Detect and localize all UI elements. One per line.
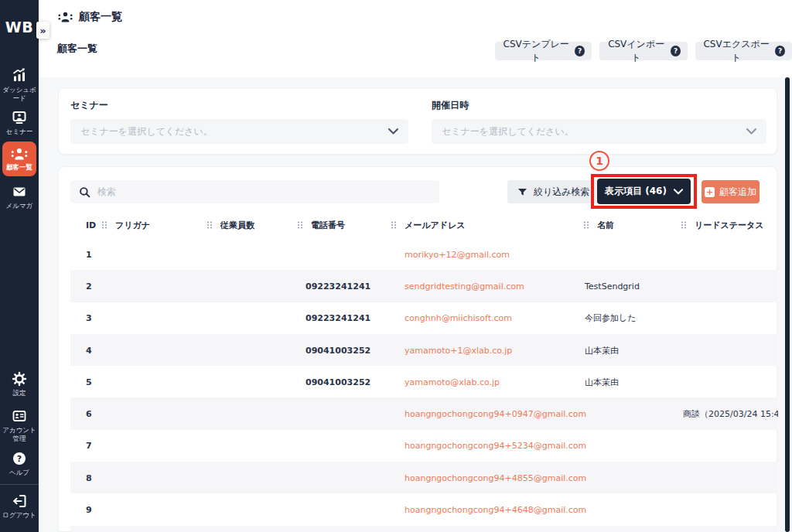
chevron-down-icon [388, 128, 398, 135]
plus-icon: + [705, 187, 715, 197]
column-header-id[interactable]: ID [86, 220, 96, 230]
drag-handle-icon[interactable] [391, 220, 397, 229]
sidebar-item-dashboard[interactable]: ダッシュボード [0, 68, 39, 103]
help-question-icon[interactable]: ? [775, 46, 785, 56]
display-items-label: 表示項目 (46) [605, 185, 667, 198]
search-input[interactable] [97, 186, 431, 197]
cell-phone: 09041003252 [306, 345, 370, 355]
cell-email-link[interactable]: sendgridtesting@gmail.com [405, 281, 524, 291]
sidebar-item-label: ヘルプ [2, 469, 37, 477]
cell-name: 今回参加した [585, 312, 637, 324]
table-body: 1 morikyo+12@gmail.com 2 09223241241 sen… [70, 238, 778, 532]
gear-icon [12, 371, 27, 387]
column-header-name[interactable]: 名前 [597, 219, 614, 230]
customer-table-card: 絞り込み検索 1 表示項目 (46) + 顧客追加 ID フリガナ 従業員数 電… [58, 166, 777, 532]
cell-email-link[interactable]: yamamoto@xlab.co.jp [405, 377, 500, 387]
sidebar: WB ダッシュボード セミナー [0, 0, 39, 532]
csv-export-button[interactable]: CSVエクスポート ? [695, 42, 792, 60]
sidebar-item-label: メルマガ [2, 202, 37, 210]
cell-id: 4 [86, 345, 92, 355]
column-header-employees[interactable]: 従業員数 [220, 219, 254, 230]
column-header-furigana[interactable]: フリガナ [115, 219, 150, 230]
cell-email-link[interactable]: hoangngochongcong94+4648@gmail.com [405, 505, 586, 515]
sidebar-item-settings[interactable]: 設定 [0, 371, 39, 397]
column-header-lead-status[interactable]: リードステータス [695, 219, 764, 230]
table-row[interactable]: 3 09223241241 conghnh@miichisoft.com 今回参… [70, 302, 778, 334]
cell-email-link[interactable]: conghnh@miichisoft.com [405, 313, 512, 323]
seminar-select-placeholder: セミナーを選択してください。 [80, 125, 213, 138]
sidebar-item-customers[interactable]: 顧客一覧 [2, 142, 36, 176]
table-row-partial[interactable] [70, 526, 778, 532]
drag-handle-icon[interactable] [297, 220, 303, 229]
chevron-down-icon [674, 189, 683, 195]
refine-search-button[interactable]: 絞り込み検索 [507, 180, 600, 203]
csv-import-label: CSVインポート [606, 38, 666, 64]
seminar-select[interactable]: セミナーを選択してください。 [70, 119, 408, 144]
sidebar-item-label: ログアウト [2, 511, 37, 520]
mail-envelope-icon [12, 184, 27, 200]
sidebar-item-newsletter[interactable]: メルマガ [0, 184, 39, 210]
cell-id: 2 [86, 281, 92, 291]
event-date-select-placeholder: セミナーを選択してください。 [442, 125, 574, 138]
annotation-number: 1 [596, 155, 603, 167]
funnel-icon [517, 188, 527, 196]
collapse-sidebar-button[interactable]: » [36, 22, 50, 39]
drag-handle-icon[interactable] [101, 220, 108, 229]
account-card-icon [12, 408, 27, 424]
sidebar-item-label: セミナー [2, 128, 37, 136]
search-box [70, 180, 439, 203]
column-header-phone[interactable]: 電話番号 [311, 219, 345, 230]
customers-people-icon [10, 147, 29, 161]
csv-button-group: CSVテンプレート ? CSVインポート ? CSVエクスポート ? [495, 42, 792, 60]
cell-email-link[interactable]: morikyo+12@gmail.com [405, 249, 510, 259]
event-date-select[interactable]: セミナーを選択してください。 [432, 119, 766, 144]
vertical-scrollbar[interactable] [785, 77, 790, 532]
cell-phone: 09041003252 [306, 377, 370, 387]
drag-handle-icon[interactable] [681, 220, 687, 229]
seminar-filter: セミナー セミナーを選択してください。 [70, 99, 408, 144]
cell-name: 山本茉由 [585, 376, 619, 387]
breadcrumb-label: 顧客一覧 [79, 10, 122, 24]
column-header-email[interactable]: メールアドレス [405, 219, 466, 230]
cell-name: TestSendgrid [585, 281, 640, 291]
table-row[interactable]: 9 hoangngochongcong94+4648@gmail.com [70, 493, 778, 525]
table-row[interactable]: 8 hoangngochongcong94+4855@gmail.com [70, 462, 778, 493]
sidebar-item-logout[interactable]: ログアウト [0, 493, 39, 520]
sidebar-item-label: アカウント管理 [2, 426, 37, 443]
add-customer-label: 顧客追加 [719, 186, 756, 199]
customers-people-icon [57, 11, 73, 23]
csv-import-button[interactable]: CSVインポート ? [599, 42, 688, 60]
cell-lead-status: 商談（2025/03/24 15:4 [683, 408, 778, 420]
sidebar-item-account[interactable]: アカウント管理 [0, 408, 39, 443]
event-date-filter-label: 開催日時 [432, 99, 766, 112]
help-question-icon[interactable]: ? [575, 46, 585, 56]
help-question-icon[interactable]: ? [671, 46, 681, 56]
table-row[interactable]: 2 09223241241 sendgridtesting@gmail.com … [70, 270, 778, 302]
csv-template-label: CSVテンプレート [502, 38, 570, 64]
csv-template-button[interactable]: CSVテンプレート ? [495, 42, 592, 60]
cell-email-link[interactable]: hoangngochongcong94+0947@gmail.com [405, 409, 586, 419]
cell-email-link[interactable]: hoangngochongcong94+4855@gmail.com [405, 472, 586, 483]
csv-export-label: CSVエクスポート [702, 38, 770, 64]
dashboard-chart-icon [12, 68, 27, 84]
sidebar-item-help[interactable]: ? ヘルプ [0, 451, 39, 477]
add-customer-button[interactable]: + 顧客追加 [702, 180, 760, 203]
cell-id: 5 [86, 377, 92, 387]
display-items-button[interactable]: 表示項目 (46) [597, 179, 691, 204]
annotation-step-marker: 1 [589, 151, 609, 171]
table-row[interactable]: 4 09041003252 yamamoto+1@xlab.co.jp 山本茉由 [70, 334, 778, 366]
drag-handle-icon[interactable] [583, 220, 589, 229]
table-row[interactable]: 1 morikyo+12@gmail.com [70, 238, 778, 270]
cell-phone: 09223241241 [306, 281, 370, 291]
cell-email-link[interactable]: hoangngochongcong94+5234@gmail.com [405, 441, 586, 451]
cell-id: 6 [86, 409, 92, 419]
table-row[interactable]: 5 09041003252 yamamoto@xlab.co.jp 山本茉由 [70, 366, 778, 397]
cell-id: 1 [86, 249, 92, 259]
sidebar-item-seminar[interactable]: セミナー [0, 110, 39, 136]
cell-email-link[interactable]: yamamoto+1@xlab.co.jp [405, 345, 512, 355]
seminar-filter-label: セミナー [70, 99, 408, 112]
table-row[interactable]: 6 hoangngochongcong94+0947@gmail.com 商談（… [70, 397, 778, 429]
table-row[interactable]: 7 hoangngochongcong94+5234@gmail.com [70, 430, 778, 462]
drag-handle-icon[interactable] [207, 220, 213, 229]
app-logo: WB [0, 19, 39, 36]
